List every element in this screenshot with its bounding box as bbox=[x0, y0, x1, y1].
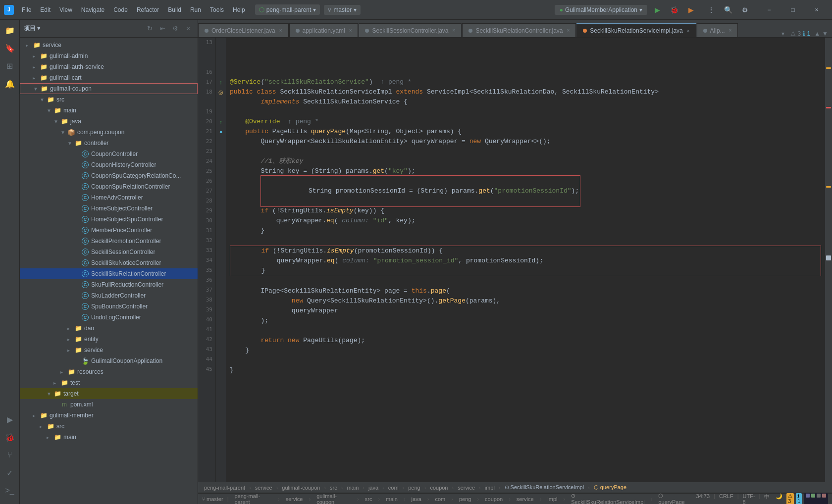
tab-close-6[interactable]: × bbox=[729, 28, 732, 33]
tree-item-src[interactable]: ▼ 📁 src bbox=[20, 94, 198, 105]
collapse-tree-button[interactable]: ⇤ bbox=[157, 23, 168, 34]
menu-help[interactable]: Help bbox=[229, 5, 249, 15]
bc-item-service2[interactable]: service bbox=[456, 485, 477, 491]
tree-item-java[interactable]: ▼ 📁 java bbox=[20, 116, 198, 127]
tree-item-entity[interactable]: ▸ 📁 entity bbox=[20, 334, 198, 345]
structure-icon[interactable]: ⊞ bbox=[1, 57, 18, 74]
bc-item-method[interactable]: ⬡ queryPage bbox=[592, 484, 628, 491]
tab-seckillsessioncontroller[interactable]: SeckillSessionController.java × bbox=[359, 23, 462, 37]
tree-item-spubounds[interactable]: C SpuBoundsController bbox=[20, 301, 198, 312]
bc-item-service[interactable]: service bbox=[253, 485, 274, 491]
menu-build[interactable]: Build bbox=[164, 5, 185, 15]
status-main[interactable]: main bbox=[384, 496, 400, 502]
encoding[interactable]: UTF-8 bbox=[741, 493, 757, 504]
status-service[interactable]: service bbox=[284, 496, 305, 502]
tab-close-2[interactable]: × bbox=[349, 28, 352, 33]
status-peng[interactable]: peng bbox=[457, 496, 473, 502]
cursor-position[interactable]: 34:73 bbox=[694, 493, 712, 504]
tab-close-4[interactable]: × bbox=[567, 28, 570, 33]
run-coverage-button[interactable]: ▶ bbox=[684, 3, 698, 17]
status-src[interactable]: src bbox=[363, 496, 374, 502]
tab-alip[interactable]: Alip... × bbox=[697, 23, 738, 37]
project-view-icon[interactable]: 📁 bbox=[1, 22, 18, 39]
tree-item-controller[interactable]: ▼ 📁 controller bbox=[20, 138, 198, 149]
status-method[interactable]: ⬡ queryPage bbox=[656, 493, 690, 504]
tree-item-gulimall-member[interactable]: ▸ 📁 gulimall-member bbox=[20, 410, 198, 421]
tree-item-couponapplication[interactable]: 🍃 GulimallCouponApplication bbox=[20, 355, 198, 366]
tree-item-seckillskulrelation[interactable]: C SeckillSkuRelationController bbox=[20, 268, 198, 279]
run-button[interactable]: ▶ bbox=[650, 3, 664, 17]
bc-item-root[interactable]: peng-mall-parent bbox=[202, 485, 247, 491]
menu-run[interactable]: Run bbox=[186, 5, 205, 15]
tree-item-package[interactable]: ▼ 📦 com.peng.coupon bbox=[20, 127, 198, 138]
git-tool-icon[interactable]: ⑂ bbox=[1, 447, 18, 463]
status-service2[interactable]: service bbox=[515, 496, 536, 502]
terminal-icon[interactable]: >_ bbox=[1, 482, 18, 499]
status-impl[interactable]: impl bbox=[545, 496, 559, 502]
right-scroll-gutter[interactable] bbox=[825, 38, 832, 482]
bc-item-com[interactable]: com bbox=[386, 485, 401, 491]
tree-item-test[interactable]: ▸ 📁 test bbox=[20, 377, 198, 388]
search-everywhere-button[interactable]: 🔍 bbox=[721, 3, 735, 17]
tree-item-service-sub[interactable]: ▸ 📁 service bbox=[20, 345, 198, 355]
tree-item-undolog[interactable]: C UndoLogController bbox=[20, 312, 198, 323]
close-button[interactable]: × bbox=[805, 3, 828, 17]
tree-item-couponspucategoryrelation[interactable]: C CouponSpuCategoryRelationCo... bbox=[20, 170, 198, 181]
warning-count[interactable]: ⚠ 3 bbox=[786, 493, 794, 504]
scroll-up-btn[interactable]: ▲ bbox=[814, 30, 820, 37]
menu-refactor[interactable]: Refactor bbox=[133, 5, 163, 15]
todo-icon[interactable]: ✓ bbox=[1, 464, 18, 481]
tree-item-skufullreduction[interactable]: C SkuFullReductionController bbox=[20, 279, 198, 290]
code-content[interactable]: @Service("seckillSkuRelationService") ↑ … bbox=[226, 38, 825, 482]
tree-item-src-member[interactable]: ▸ 📁 src bbox=[20, 421, 198, 432]
tree-item-skuladder[interactable]: C SkuLadderController bbox=[20, 290, 198, 301]
status-coupon2[interactable]: coupon bbox=[483, 496, 505, 502]
menu-file[interactable]: File bbox=[18, 5, 35, 15]
tab-ordercloselistener[interactable]: OrderCloseListener.java × bbox=[198, 23, 289, 37]
app-selector[interactable]: ● GulimallMemberApplication ▾ bbox=[555, 5, 647, 15]
tree-item-service[interactable]: ▸ 📁 service bbox=[20, 40, 198, 50]
close-tree-button[interactable]: × bbox=[183, 23, 194, 34]
tree-item-seckillpromotion[interactable]: C SeckillPromotionController bbox=[20, 236, 198, 247]
tree-item-couponhistorycontroller[interactable]: C CouponHistoryController bbox=[20, 159, 198, 170]
file-tree-content[interactable]: ▸ 📁 service ▸ 📁 gulimall-admin ▸ 📁 gulim… bbox=[20, 38, 198, 504]
maximize-button[interactable]: □ bbox=[781, 3, 804, 17]
more-actions-button[interactable]: ⋮ bbox=[704, 3, 718, 17]
menu-tools[interactable]: Tools bbox=[206, 5, 228, 15]
tree-item-gulimall-cart[interactable]: ▸ 📁 gulimall-cart bbox=[20, 72, 198, 83]
branch-selector[interactable]: ⑂ master ▾ bbox=[324, 5, 361, 15]
scroll-down-btn[interactable]: ▼ bbox=[822, 30, 828, 37]
tree-item-dao[interactable]: ▸ 📁 dao bbox=[20, 323, 198, 334]
settings-button[interactable]: ⚙ bbox=[738, 3, 752, 17]
tree-item-gulimall-auth-service[interactable]: ▸ 📁 gulimall-auth-service bbox=[20, 61, 198, 72]
bc-item-java[interactable]: java bbox=[366, 485, 380, 491]
status-com[interactable]: com bbox=[433, 496, 447, 502]
bookmark-icon[interactable]: 🔖 bbox=[1, 40, 18, 56]
settings-tree-button[interactable]: ⚙ bbox=[170, 23, 181, 34]
tree-item-main[interactable]: ▼ 📁 main bbox=[20, 105, 198, 116]
tab-close-3[interactable]: × bbox=[453, 28, 456, 33]
tree-item-gulimall-coupon[interactable]: ▼ 📁 gulimall-coupon bbox=[20, 83, 198, 94]
tree-item-couponspurelation[interactable]: C CouponSpuRelationController bbox=[20, 181, 198, 192]
tree-item-seckillsession[interactable]: C SeckillSessionController bbox=[20, 247, 198, 257]
menu-view[interactable]: View bbox=[55, 5, 76, 15]
tree-item-pomxml[interactable]: m pom.xml bbox=[20, 399, 198, 410]
tab-close-5[interactable]: × bbox=[687, 28, 690, 34]
tree-item-resources[interactable]: ▸ 📁 resources bbox=[20, 366, 198, 377]
tab-close-1[interactable]: × bbox=[279, 28, 282, 33]
minimize-button[interactable]: − bbox=[758, 3, 780, 17]
status-java[interactable]: java bbox=[410, 496, 423, 502]
bc-item-class[interactable]: ⊙ SeckillSkuRelationServiceImpl bbox=[503, 484, 586, 491]
refresh-tree-button[interactable]: ↻ bbox=[144, 23, 155, 34]
tab-seckillskulrelationcontroller[interactable]: SeckillSkuRelationController.java × bbox=[462, 23, 576, 37]
tree-item-target[interactable]: ▼ 📁 target bbox=[20, 388, 198, 399]
tree-item-seckillskunotice[interactable]: C SeckillSkuNoticeController bbox=[20, 257, 198, 268]
tree-item-homesubject[interactable]: C HomeSubjectController bbox=[20, 203, 198, 214]
status-coupon[interactable]: gulimall-coupon bbox=[314, 493, 353, 504]
status-peng-mall[interactable]: peng-mall-parent bbox=[232, 493, 273, 504]
menu-navigate[interactable]: Navigate bbox=[77, 5, 108, 15]
debug-tool-icon[interactable]: 🐞 bbox=[1, 429, 18, 446]
bc-item-peng[interactable]: peng bbox=[406, 485, 422, 491]
tab-seckillskulrelationserviceimpl[interactable]: SeckillSkuRelationServiceImpl.java × bbox=[576, 23, 696, 37]
menu-code[interactable]: Code bbox=[109, 5, 132, 15]
